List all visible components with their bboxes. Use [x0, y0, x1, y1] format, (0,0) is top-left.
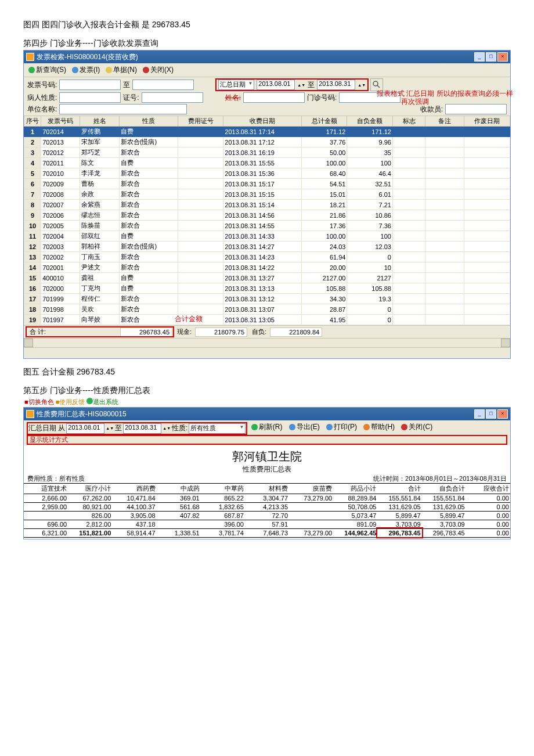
- table-row[interactable]: 7702008余政新农合2013.08.31 15:1515.016.01: [24, 189, 510, 200]
- table-row[interactable]: 18701998吴欢新农合2013.08.31 13:0728.870: [24, 304, 510, 315]
- invoice-button[interactable]: 发票(I): [70, 64, 102, 75]
- window1-titlebar[interactable]: 发票检索-HIS0800014(疫苗收费) _ □ ×: [24, 51, 510, 63]
- date-from-spinner[interactable]: ▲▼: [297, 83, 305, 87]
- table-cell: [425, 147, 464, 158]
- patient-nature-input[interactable]: [59, 92, 121, 103]
- table-cell: [392, 200, 425, 210]
- report-cell: 296,783.45: [422, 528, 466, 537]
- print-button[interactable]: 打印(P): [324, 422, 359, 433]
- display-mode-label: 显示统计方式: [27, 436, 70, 443]
- table-row[interactable]: 19701997向琴姣新农合2013.08.31 13:0541.950: [24, 315, 510, 325]
- table-cell: [178, 294, 223, 304]
- table-header[interactable]: 作废日期: [464, 116, 510, 127]
- table-header[interactable]: 姓名: [80, 116, 119, 127]
- cert-input[interactable]: [142, 92, 203, 103]
- table-cell: 自费: [119, 158, 178, 168]
- unit-input[interactable]: [59, 104, 187, 114]
- table-header[interactable]: 标志: [392, 116, 425, 127]
- patient-nature-label: 病人性质:: [27, 93, 57, 103]
- table-cell: 2013.08.31 15:15: [223, 189, 302, 200]
- w2-to-spinner[interactable]: ▲▼: [163, 426, 171, 430]
- table-cell: 400010: [41, 273, 80, 283]
- table-row[interactable]: 5702010李泽龙新农合2013.08.31 15:3668.4046.4: [24, 168, 510, 179]
- table-row[interactable]: 12702003郭柏祥新农合(慢病)2013.08.31 14:2724.031…: [24, 242, 510, 252]
- date-to-spinner[interactable]: ▲▼: [358, 83, 366, 87]
- table-row[interactable]: 11702004邵双红自费2013.08.31 14:33100.00100: [24, 231, 510, 242]
- table-row[interactable]: 13702002丁南玉新农合2013.08.31 14:2361.940: [24, 252, 510, 262]
- minimize-button[interactable]: _: [474, 409, 485, 419]
- invoice-search-window: 发票检索-HIS0800014(疫苗收费) _ □ × 新查询(S) 发票(I)…: [23, 50, 511, 359]
- table-row[interactable]: 1702014罗传鹏自费2013.08.31 17:14171.12171.12: [24, 127, 510, 137]
- table-header[interactable]: 费用证号: [178, 116, 223, 127]
- table-row[interactable]: 15400010龚祖自费2013.08.31 13:272127.002127: [24, 273, 510, 283]
- h-scrollbar[interactable]: [24, 338, 510, 347]
- window2-titlebar[interactable]: 性质费用汇总表-HIS0800015 _ □ ×: [24, 408, 510, 420]
- table-cell: 新农合: [119, 315, 178, 325]
- w2-date-from[interactable]: 2013.08.01: [66, 423, 104, 434]
- close-button[interactable]: ×: [497, 52, 508, 62]
- table-row[interactable]: 14702001尹述文新农合2013.08.31 14:2220.0010: [24, 262, 510, 273]
- invoice-from-input[interactable]: [59, 80, 121, 90]
- report-cell: [24, 511, 68, 520]
- close-toolbar-button[interactable]: 关闭(X): [140, 64, 176, 75]
- switch-role-menu[interactable]: ■切换角色: [24, 398, 54, 405]
- cashier-input[interactable]: [445, 104, 507, 114]
- w2-date-to[interactable]: 2013.08.31: [123, 423, 161, 434]
- table-cell: 37.76: [301, 137, 347, 147]
- invoice-to-input[interactable]: [132, 80, 194, 90]
- new-query-button[interactable]: 新查询(S): [26, 64, 68, 75]
- export-button[interactable]: 导出(E): [287, 422, 322, 433]
- table-row[interactable]: 6702009曹杨新农合2013.08.31 15:1754.5132.51: [24, 179, 510, 189]
- table-cell: [178, 283, 223, 294]
- window1-filters: 发票号码: 至 汇总日期 2013.08.01 ▲▼ 至 2013.08.31 …: [24, 77, 510, 116]
- table-cell: [464, 127, 510, 137]
- table-cell: 14: [24, 262, 41, 273]
- table-cell: 龚祖: [80, 273, 119, 283]
- table-cell: 702006: [41, 210, 80, 221]
- exit-menu[interactable]: 退出系统: [86, 398, 118, 405]
- report-cell: 131,629.05: [377, 502, 421, 511]
- refresh-button[interactable]: 刷新(R): [249, 422, 285, 433]
- date-to-input[interactable]: 2013.08.31: [317, 80, 355, 90]
- table-row[interactable]: 3702012郑巧芝新农合2013.08.31 16:1950.0035: [24, 147, 510, 158]
- table-header[interactable]: 序号: [24, 116, 41, 127]
- w2-nature-dropdown[interactable]: 所有性质: [189, 423, 246, 434]
- date-type-dropdown[interactable]: 汇总日期: [218, 80, 254, 90]
- table-cell: [178, 273, 223, 283]
- table-header[interactable]: 收费日期: [223, 116, 302, 127]
- table-row[interactable]: 16702000丁克均自费2013.08.31 13:13105.88105.8…: [24, 283, 510, 294]
- table-header[interactable]: 自负金额: [347, 116, 393, 127]
- maximize-button[interactable]: □: [486, 52, 496, 62]
- table-row[interactable]: 8702007余紫燕新农合2013.08.31 15:1418.217.21: [24, 200, 510, 210]
- table-header[interactable]: 总计金额: [301, 116, 347, 127]
- table-row[interactable]: 4702011陈文自费2013.08.31 15:55100.00100: [24, 158, 510, 168]
- table-cell: 12.03: [347, 242, 393, 252]
- report-cell: 0.00: [466, 502, 510, 511]
- name-input[interactable]: [243, 92, 305, 103]
- table-cell: 2013.08.31 13:13: [223, 283, 302, 294]
- table-cell: [392, 221, 425, 231]
- w2-from-spinner[interactable]: ▲▼: [106, 426, 114, 430]
- table-row[interactable]: 17701999程传仁新农合2013.08.31 13:1234.3019.3: [24, 294, 510, 304]
- maximize-button[interactable]: □: [486, 409, 496, 419]
- fig5-caption: 图五 合计金额 296783.45: [23, 367, 511, 377]
- bill-button[interactable]: 单据(N): [103, 64, 139, 75]
- table-row[interactable]: 10702005陈焕苗新农合2013.08.31 14:5517.367.36: [24, 221, 510, 231]
- table-header[interactable]: 发票号码: [41, 116, 80, 127]
- table-row[interactable]: 9702006缪志恒新农合2013.08.31 14:5621.8610.86: [24, 210, 510, 221]
- table-cell: [425, 158, 464, 168]
- nature-summary-window: 性质费用汇总表-HIS0800015 _ □ × 汇总日期 从 2013.08.…: [23, 407, 511, 539]
- table-header[interactable]: 性质: [119, 116, 178, 127]
- feedback-menu[interactable]: ■使用反馈: [56, 398, 85, 405]
- help-button[interactable]: 帮助(H): [361, 422, 397, 433]
- minimize-button[interactable]: _: [474, 52, 485, 62]
- report-header: 中草药: [201, 483, 245, 494]
- table-header[interactable]: 备注: [425, 116, 464, 127]
- close-button[interactable]: ×: [497, 409, 508, 419]
- table-cell: [178, 147, 223, 158]
- table-cell: 缪志恒: [80, 210, 119, 221]
- close-button-2[interactable]: 关闭(C): [399, 422, 435, 433]
- date-from-input[interactable]: 2013.08.01: [257, 80, 295, 90]
- table-cell: 2013.08.31 14:56: [223, 210, 302, 221]
- table-row[interactable]: 2702013宋加军新农合(慢病)2013.08.31 17:1237.769.…: [24, 137, 510, 147]
